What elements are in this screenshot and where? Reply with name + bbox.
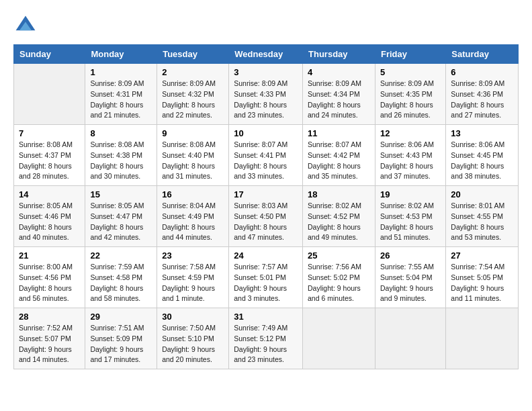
day-info: Sunrise: 8:09 AMSunset: 4:35 PMDaylight:… — [380, 79, 441, 121]
day-info: Sunrise: 7:59 AMSunset: 4:58 PMDaylight:… — [90, 262, 152, 304]
day-number: 28 — [19, 312, 80, 322]
day-header: Monday — [85, 45, 157, 64]
day-number: 7 — [19, 128, 80, 138]
day-info: Sunrise: 8:01 AMSunset: 4:55 PMDaylight:… — [451, 201, 513, 243]
calendar-week-row: 1Sunrise: 8:09 AMSunset: 4:31 PMDaylight… — [14, 64, 519, 125]
calendar-cell: 27Sunrise: 7:54 AMSunset: 5:05 PMDayligh… — [446, 247, 519, 308]
day-info: Sunrise: 8:03 AMSunset: 4:50 PMDaylight:… — [234, 201, 298, 243]
day-number: 16 — [162, 189, 224, 199]
day-number: 18 — [308, 189, 370, 199]
day-number: 15 — [90, 189, 152, 199]
day-info: Sunrise: 8:09 AMSunset: 4:31 PMDaylight:… — [90, 79, 152, 121]
calendar-cell — [303, 308, 375, 369]
day-header: Thursday — [303, 45, 375, 64]
logo — [13, 13, 42, 38]
calendar-cell: 7Sunrise: 8:08 AMSunset: 4:37 PMDaylight… — [14, 125, 85, 186]
day-info: Sunrise: 7:58 AMSunset: 4:59 PMDaylight:… — [162, 262, 224, 304]
calendar-cell: 15Sunrise: 8:05 AMSunset: 4:47 PMDayligh… — [85, 186, 157, 247]
day-info: Sunrise: 7:52 AMSunset: 5:07 PMDaylight:… — [19, 323, 80, 365]
day-info: Sunrise: 8:02 AMSunset: 4:53 PMDaylight:… — [380, 201, 441, 243]
day-number: 12 — [380, 128, 441, 138]
day-number: 2 — [162, 67, 224, 77]
day-info: Sunrise: 7:56 AMSunset: 5:02 PMDaylight:… — [308, 262, 370, 304]
day-info: Sunrise: 7:54 AMSunset: 5:05 PMDaylight:… — [451, 262, 513, 304]
day-info: Sunrise: 8:06 AMSunset: 4:43 PMDaylight:… — [380, 140, 441, 182]
day-info: Sunrise: 8:07 AMSunset: 4:42 PMDaylight:… — [308, 140, 370, 182]
calendar-cell: 28Sunrise: 7:52 AMSunset: 5:07 PMDayligh… — [14, 308, 85, 369]
calendar-week-row: 28Sunrise: 7:52 AMSunset: 5:07 PMDayligh… — [14, 308, 519, 369]
day-number: 20 — [451, 189, 513, 199]
day-number: 9 — [162, 128, 224, 138]
day-number: 13 — [451, 128, 513, 138]
page-header — [13, 13, 519, 38]
day-info: Sunrise: 8:08 AMSunset: 4:37 PMDaylight:… — [19, 140, 80, 182]
day-info: Sunrise: 8:05 AMSunset: 4:47 PMDaylight:… — [90, 201, 152, 243]
day-number: 4 — [308, 67, 370, 77]
day-info: Sunrise: 8:08 AMSunset: 4:38 PMDaylight:… — [90, 140, 152, 182]
calendar-cell: 21Sunrise: 8:00 AMSunset: 4:56 PMDayligh… — [14, 247, 85, 308]
calendar-cell — [446, 308, 519, 369]
day-number: 3 — [234, 67, 298, 77]
day-header: Tuesday — [157, 45, 229, 64]
day-header: Sunday — [14, 45, 85, 64]
day-number: 8 — [90, 128, 152, 138]
calendar-cell: 17Sunrise: 8:03 AMSunset: 4:50 PMDayligh… — [229, 186, 303, 247]
day-number: 31 — [234, 312, 298, 322]
day-number: 19 — [380, 189, 441, 199]
calendar-cell: 1Sunrise: 8:09 AMSunset: 4:31 PMDaylight… — [85, 64, 157, 125]
day-number: 26 — [380, 250, 441, 261]
calendar-week-row: 21Sunrise: 8:00 AMSunset: 4:56 PMDayligh… — [14, 247, 519, 308]
calendar-cell: 13Sunrise: 8:06 AMSunset: 4:45 PMDayligh… — [446, 125, 519, 186]
calendar-week-row: 7Sunrise: 8:08 AMSunset: 4:37 PMDaylight… — [14, 125, 519, 186]
day-info: Sunrise: 8:09 AMSunset: 4:33 PMDaylight:… — [234, 79, 298, 121]
day-number: 11 — [308, 128, 370, 138]
day-header: Friday — [375, 45, 445, 64]
day-info: Sunrise: 8:06 AMSunset: 4:45 PMDaylight:… — [451, 140, 513, 182]
day-number: 14 — [19, 189, 80, 199]
calendar-cell: 29Sunrise: 7:51 AMSunset: 5:09 PMDayligh… — [85, 308, 157, 369]
day-number: 5 — [380, 67, 441, 77]
calendar-cell: 24Sunrise: 7:57 AMSunset: 5:01 PMDayligh… — [229, 247, 303, 308]
day-number: 27 — [451, 250, 513, 261]
day-info: Sunrise: 8:09 AMSunset: 4:34 PMDaylight:… — [308, 79, 370, 121]
day-number: 6 — [451, 67, 513, 77]
day-info: Sunrise: 7:51 AMSunset: 5:09 PMDaylight:… — [90, 323, 152, 365]
day-number: 25 — [308, 250, 370, 261]
day-info: Sunrise: 8:09 AMSunset: 4:32 PMDaylight:… — [162, 79, 224, 121]
calendar-cell: 10Sunrise: 8:07 AMSunset: 4:41 PMDayligh… — [229, 125, 303, 186]
calendar-cell: 31Sunrise: 7:49 AMSunset: 5:12 PMDayligh… — [229, 308, 303, 369]
calendar-cell: 8Sunrise: 8:08 AMSunset: 4:38 PMDaylight… — [85, 125, 157, 186]
calendar-cell: 18Sunrise: 8:02 AMSunset: 4:52 PMDayligh… — [303, 186, 375, 247]
calendar-cell: 6Sunrise: 8:09 AMSunset: 4:36 PMDaylight… — [446, 64, 519, 125]
calendar-cell: 30Sunrise: 7:50 AMSunset: 5:10 PMDayligh… — [157, 308, 229, 369]
day-number: 22 — [90, 250, 152, 261]
day-number: 10 — [234, 128, 298, 138]
calendar-cell: 14Sunrise: 8:05 AMSunset: 4:46 PMDayligh… — [14, 186, 85, 247]
day-info: Sunrise: 8:00 AMSunset: 4:56 PMDaylight:… — [19, 262, 80, 304]
calendar-cell: 23Sunrise: 7:58 AMSunset: 4:59 PMDayligh… — [157, 247, 229, 308]
day-number: 21 — [19, 250, 80, 261]
header-row: SundayMondayTuesdayWednesdayThursdayFrid… — [14, 45, 519, 64]
day-number: 29 — [90, 312, 152, 322]
calendar-cell: 19Sunrise: 8:02 AMSunset: 4:53 PMDayligh… — [375, 186, 445, 247]
calendar-cell: 4Sunrise: 8:09 AMSunset: 4:34 PMDaylight… — [303, 64, 375, 125]
calendar-week-row: 14Sunrise: 8:05 AMSunset: 4:46 PMDayligh… — [14, 186, 519, 247]
calendar-cell: 11Sunrise: 8:07 AMSunset: 4:42 PMDayligh… — [303, 125, 375, 186]
calendar-table: SundayMondayTuesdayWednesdayThursdayFrid… — [13, 44, 519, 369]
day-info: Sunrise: 7:57 AMSunset: 5:01 PMDaylight:… — [234, 262, 298, 304]
calendar-cell — [375, 308, 445, 369]
day-number: 17 — [234, 189, 298, 199]
day-number: 24 — [234, 250, 298, 261]
logo-icon — [13, 13, 38, 38]
day-info: Sunrise: 7:49 AMSunset: 5:12 PMDaylight:… — [234, 323, 298, 365]
calendar-cell: 20Sunrise: 8:01 AMSunset: 4:55 PMDayligh… — [446, 186, 519, 247]
day-header: Wednesday — [229, 45, 303, 64]
calendar-cell: 16Sunrise: 8:04 AMSunset: 4:49 PMDayligh… — [157, 186, 229, 247]
day-number: 23 — [162, 250, 224, 261]
day-info: Sunrise: 8:04 AMSunset: 4:49 PMDaylight:… — [162, 201, 224, 243]
day-info: Sunrise: 8:02 AMSunset: 4:52 PMDaylight:… — [308, 201, 370, 243]
day-info: Sunrise: 7:55 AMSunset: 5:04 PMDaylight:… — [380, 262, 441, 304]
day-number: 30 — [162, 312, 224, 322]
calendar-cell: 25Sunrise: 7:56 AMSunset: 5:02 PMDayligh… — [303, 247, 375, 308]
calendar-cell: 2Sunrise: 8:09 AMSunset: 4:32 PMDaylight… — [157, 64, 229, 125]
